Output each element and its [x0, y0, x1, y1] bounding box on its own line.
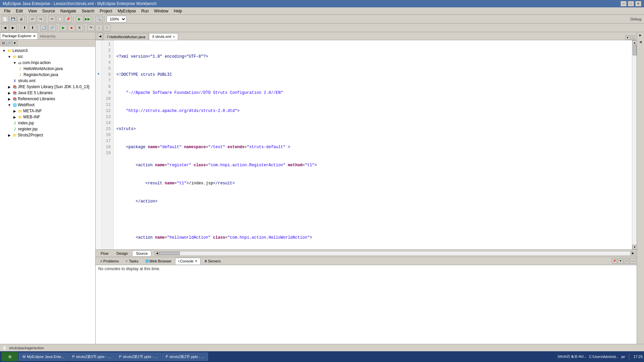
explorer-menu[interactable]: ▼ — [12, 41, 17, 46]
menu-view[interactable]: View — [25, 8, 40, 14]
tray-item2[interactable]: C:\Users\Administ... — [589, 355, 619, 359]
tab-hierarchy[interactable]: Hierarchy — [38, 33, 58, 39]
menu-file[interactable]: File — [1, 8, 13, 14]
tray-item3[interactable]: jar — [621, 355, 625, 359]
console-pin-btn[interactable]: 📌 — [612, 258, 617, 264]
tray-item1[interactable]: {struts2} 备采-Act... — [557, 354, 586, 359]
tree-com-package[interactable]: ▼ 🗂 com.hnpi.action — [0, 60, 95, 66]
tab-package-explorer[interactable]: Package Explorer ✕ — [0, 33, 38, 39]
menu-help[interactable]: Help — [171, 8, 185, 14]
console-menu-btn[interactable]: ▼ — [618, 258, 623, 264]
editor-maximize[interactable]: □ — [631, 35, 635, 40]
sidebar-icon1[interactable]: ▶ — [638, 34, 644, 40]
tab-webbrowser[interactable]: 🌐 Web Browser — [142, 258, 175, 264]
linenum-10: 10 — [102, 96, 112, 102]
editor-scrollbar-v[interactable]: ▲ ▼ — [632, 40, 637, 249]
code-line-2: <!DOCTYPE struts PUBLIC — [116, 72, 629, 78]
paste-button[interactable]: 📌 — [64, 16, 72, 22]
minimize-button[interactable]: — — [621, 1, 627, 6]
console-minimize-btn[interactable]: — — [630, 258, 635, 264]
run-button[interactable]: ▶ — [76, 16, 83, 22]
tb2-btn3[interactable]: ⬆ — [21, 24, 28, 31]
tree-meta-inf[interactable]: ▶ 📁 META-INF — [0, 108, 95, 114]
save-button[interactable]: 💾 — [9, 16, 17, 22]
tb2-btn4[interactable]: ⬇ — [29, 24, 36, 31]
debug-run-button[interactable]: ▶▶ — [84, 16, 91, 22]
code-editor[interactable]: <?xml version="1.0" encoding="UTF-8"?> <… — [114, 40, 632, 249]
zoom-dropdown[interactable]: 100% 75% 150% — [107, 16, 126, 22]
tb2-link[interactable]: 🔗 — [48, 24, 56, 31]
menu-source[interactable]: Source — [40, 8, 58, 14]
maximize-button[interactable]: □ — [628, 1, 634, 6]
undo-button[interactable]: ↩ — [29, 16, 36, 22]
tab-struts-xml-close[interactable]: ✕ — [172, 35, 175, 39]
taskbar-myeclipse[interactable]: M MyEclipse Java Ente... — [19, 353, 68, 361]
console-close-icon[interactable]: ✕ — [195, 259, 198, 263]
tree-helloworldaction[interactable]: J HelloWorldAction.java — [0, 66, 95, 72]
tree-web-inf[interactable]: ▶ 📁 WEB-INF — [0, 114, 95, 120]
scrollbar-thumb[interactable] — [633, 45, 637, 55]
tab-flow[interactable]: Flow — [97, 250, 112, 256]
menu-edit[interactable]: Edit — [13, 8, 25, 14]
explorer-collapse[interactable]: ⊟ — [1, 41, 6, 46]
tree-jre[interactable]: ▶ 📚 JRE System Library [Sun JDK 1.6.0_13… — [0, 84, 95, 90]
tree-register-jsp[interactable]: J register.jsp — [0, 126, 95, 132]
scroll-left-btn[interactable]: ◀ — [155, 251, 159, 255]
tb2-btn1[interactable]: ◀ — [1, 24, 9, 31]
tree-javaee[interactable]: ▶ 📚 Java EE 5 Libraries — [0, 90, 95, 96]
tab-tasks[interactable]: ✓ Tasks — [122, 258, 141, 264]
package-explorer-close[interactable]: ✕ — [33, 34, 36, 38]
sidebar-icon2[interactable]: ◀ — [638, 40, 644, 46]
tab-servers[interactable]: 🖥 Servers — [201, 258, 224, 264]
tb2-run2[interactable]: ▶ — [60, 24, 67, 31]
menu-search[interactable]: Search — [79, 8, 97, 14]
tb2-sync[interactable]: 🔄 — [40, 24, 48, 31]
tree-referenced[interactable]: ▶ 📚 Referenced Libraries — [0, 96, 95, 102]
tree-struts-xml[interactable]: X struts.xml — [0, 78, 95, 84]
tb2-stepover[interactable]: ↷ — [87, 24, 95, 31]
tb2-stepinto[interactable]: ↓ — [95, 24, 103, 31]
taskbar-ppt1[interactable]: P struts2第3节.pptx - ... — [68, 353, 114, 361]
menu-myeclipse[interactable]: MyEclipse — [115, 8, 139, 14]
taskbar-clock: 17:25 — [633, 355, 643, 359]
scroll-right-btn[interactable]: ▶ — [631, 251, 635, 255]
new-button[interactable]: 📄 — [1, 16, 9, 22]
tab-source[interactable]: Source — [132, 250, 151, 256]
tree-struts2project[interactable]: ▶ 📁 Struts2Project — [0, 132, 95, 138]
tb2-pause[interactable]: ⏸ — [76, 24, 83, 31]
tree-index-jsp[interactable]: J index.jsp — [0, 120, 95, 126]
print-button[interactable]: 🖨 — [17, 16, 25, 22]
tree-src[interactable]: ▼ 📁 src — [0, 54, 95, 60]
tab-helloworldaction[interactable]: J HelloWorldAction.java — [104, 33, 148, 40]
taskbar-ppt3[interactable]: P struts2第2节.pptx - ... — [162, 353, 208, 361]
menu-navigate[interactable]: Navigate — [58, 8, 79, 14]
console-maximize-btn[interactable]: □ — [624, 258, 629, 264]
editor-area-collapse[interactable]: ◀ — [97, 33, 103, 40]
tree-registeraction[interactable]: J RegisterAction.java — [0, 72, 95, 78]
redo-button[interactable]: ↪ — [37, 16, 44, 22]
editor-tab-menu[interactable]: ▼ — [625, 35, 630, 40]
menu-run[interactable]: Run — [139, 8, 151, 14]
tb2-btn2[interactable]: ▶ — [9, 24, 17, 31]
tab-struts-xml[interactable]: X struts.xml ✕ — [149, 33, 178, 40]
explorer-link[interactable]: 🔗 — [6, 41, 12, 46]
tb2-stepout[interactable]: ↑ — [103, 24, 111, 31]
close-button[interactable]: ✕ — [635, 1, 641, 6]
start-button[interactable]: ⊞ — [1, 352, 18, 361]
struts-xml-label: struts.xml — [18, 78, 35, 83]
search-button[interactable]: 🔍 — [95, 16, 103, 22]
h-scrollbar-thumb[interactable] — [160, 252, 180, 255]
menu-window[interactable]: Window — [151, 8, 171, 14]
taskbar-ppt2[interactable]: P struts2第1节.pptx - ... — [115, 353, 161, 361]
scroll-down-btn[interactable]: ▼ — [632, 245, 637, 249]
tree-lesson3[interactable]: ▼ 📁 Lesson3 — [0, 48, 95, 54]
menu-project[interactable]: Project — [97, 8, 115, 14]
tb2-stop[interactable]: ■ — [68, 24, 75, 31]
copy-button[interactable]: 📋 — [56, 16, 64, 22]
tab-design[interactable]: Design — [113, 250, 131, 256]
cut-button[interactable]: ✂ — [48, 16, 56, 22]
tree-webroot[interactable]: ▼ 🌐 WebRoot — [0, 102, 95, 108]
tab-problems[interactable]: ⚠ Problems — [97, 258, 122, 264]
scroll-up-btn[interactable]: ▲ — [632, 40, 637, 45]
tab-console[interactable]: ▪ Console ✕ — [175, 258, 201, 264]
